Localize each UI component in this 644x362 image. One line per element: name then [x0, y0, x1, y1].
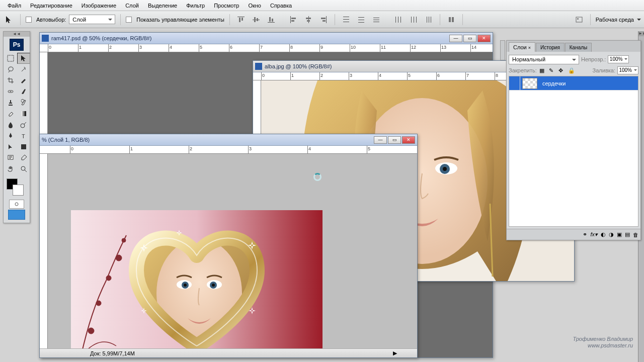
- titlebar-doc1[interactable]: ram417.psd @ 50% (сердечки, RGB/8#) — ▭ …: [40, 33, 493, 44]
- blur-tool[interactable]: [4, 119, 17, 130]
- slice-tool[interactable]: [17, 75, 30, 86]
- fill-field[interactable]: 100%: [617, 66, 638, 74]
- ruler-horizontal: document.write(Array.from({length:16},(_…: [40, 44, 493, 52]
- menu-help[interactable]: Справка: [266, 1, 296, 10]
- distribute-top-icon[interactable]: [340, 14, 352, 26]
- shape-tool[interactable]: [17, 141, 30, 152]
- distribute-left-icon[interactable]: [392, 14, 405, 26]
- align-right-icon[interactable]: [317, 14, 330, 26]
- folder-icon[interactable]: ▣: [617, 231, 622, 238]
- panel-tabs: Слои× История Каналы: [507, 41, 640, 52]
- svg-rect-39: [577, 18, 579, 20]
- quickmask-button[interactable]: [9, 200, 24, 209]
- menu-filter[interactable]: Фильтр: [182, 1, 209, 10]
- auto-align-icon[interactable]: [445, 14, 457, 26]
- distribute-vcenter-icon[interactable]: [355, 14, 367, 26]
- menu-image[interactable]: Изображение: [77, 1, 121, 10]
- maximize-button[interactable]: ▭: [388, 136, 401, 144]
- color-swatches[interactable]: [6, 177, 28, 197]
- type-tool[interactable]: T: [17, 130, 30, 141]
- minimize-button[interactable]: —: [374, 136, 387, 144]
- distribute-right-icon[interactable]: [423, 14, 435, 26]
- heal-tool[interactable]: [4, 86, 17, 97]
- maximize-button[interactable]: ▭: [463, 35, 476, 42]
- history-brush-tool[interactable]: [17, 97, 30, 108]
- canvas-doc3[interactable]: document.write(Array.from({length:18},(_…: [48, 154, 417, 357]
- dock-tab-icon[interactable]: [500, 40, 505, 60]
- lasso-tool[interactable]: [4, 64, 17, 75]
- hand-tool[interactable]: [4, 163, 17, 174]
- brush-tool[interactable]: [17, 86, 30, 97]
- ps-logo-icon: Ps: [10, 39, 24, 51]
- menu-window[interactable]: Окно: [244, 1, 266, 10]
- align-bottom-icon[interactable]: [265, 14, 277, 26]
- watermark-line1: Трофименко Владимир: [573, 336, 633, 342]
- tool-palette: ◄◄ Ps T: [3, 31, 30, 223]
- move-tool-icon[interactable]: [3, 14, 15, 26]
- lock-transparent-icon: ▦: [539, 67, 546, 74]
- crop-tool[interactable]: [4, 75, 17, 86]
- close-button[interactable]: ✕: [402, 136, 415, 144]
- lock-icons[interactable]: ▦ ✎ ✥ 🔒: [539, 67, 576, 74]
- menu-layer[interactable]: Слой: [121, 1, 143, 10]
- svg-point-56: [443, 167, 447, 171]
- svg-point-65: [156, 239, 242, 347]
- close-button[interactable]: ✕: [477, 35, 491, 42]
- menu-view[interactable]: Просмотр: [209, 1, 244, 10]
- layer-row[interactable]: сердечки: [509, 76, 638, 90]
- mask-icon[interactable]: ◐: [601, 231, 606, 238]
- gradient-tool[interactable]: [17, 108, 30, 119]
- menu-select[interactable]: Выделение: [143, 1, 182, 10]
- eraser-tool[interactable]: [4, 108, 17, 119]
- new-layer-icon[interactable]: ▤: [625, 231, 630, 238]
- pen-tool[interactable]: [4, 130, 17, 141]
- eyedropper-tool[interactable]: [17, 152, 30, 163]
- workspace-label[interactable]: Рабочая среда: [596, 17, 634, 23]
- opacity-field[interactable]: 100%: [608, 55, 629, 63]
- palette-collapse-icon[interactable]: ◄◄: [4, 32, 30, 37]
- svg-rect-1: [239, 18, 240, 22]
- tab-layers[interactable]: Слои×: [509, 42, 535, 52]
- menu-file[interactable]: Файл: [3, 1, 26, 10]
- notes-tool[interactable]: [4, 152, 17, 163]
- showcontrols-checkbox[interactable]: [126, 17, 132, 23]
- link-icon[interactable]: ⚭: [583, 231, 587, 238]
- dodge-tool[interactable]: [17, 119, 30, 130]
- tab-history[interactable]: История: [536, 43, 565, 52]
- align-hcenter-icon[interactable]: [302, 14, 314, 26]
- zoom-tool[interactable]: [17, 163, 30, 174]
- layer-thumbnail[interactable]: [522, 78, 537, 89]
- lock-label: Закрепить:: [509, 67, 537, 73]
- background-swatch[interactable]: [13, 185, 24, 196]
- blend-mode-dropdown[interactable]: Нормальный: [509, 55, 579, 64]
- align-vcenter-icon[interactable]: [250, 14, 262, 26]
- tab-channels[interactable]: Каналы: [565, 43, 592, 52]
- align-top-icon[interactable]: [235, 14, 247, 26]
- svg-point-43: [21, 124, 25, 128]
- bridge-icon[interactable]: [573, 14, 585, 26]
- distribute-hcenter-icon[interactable]: [408, 14, 420, 26]
- visibility-toggle[interactable]: [509, 76, 520, 90]
- wand-tool[interactable]: [17, 64, 30, 75]
- marquee-tool[interactable]: [4, 53, 17, 64]
- distribute-bottom-icon[interactable]: [370, 14, 382, 26]
- trash-icon[interactable]: 🗑: [633, 232, 638, 238]
- align-left-icon[interactable]: [287, 14, 299, 26]
- minimize-button[interactable]: —: [449, 35, 462, 42]
- workspace-chevron-icon[interactable]: [637, 19, 641, 23]
- fx-icon[interactable]: fx▾: [590, 231, 598, 238]
- stamp-tool[interactable]: [4, 97, 17, 108]
- menu-edit[interactable]: Редактирование: [26, 1, 77, 10]
- titlebar-doc3[interactable]: % (Слой 1, RGB/8) — ▭ ✕: [40, 134, 417, 146]
- svg-rect-36: [449, 17, 451, 22]
- autoselect-dropdown[interactable]: Слой: [69, 15, 115, 24]
- path-select-tool[interactable]: [4, 141, 17, 152]
- dock-collapse-icon[interactable]: ►►: [638, 31, 644, 36]
- adjustment-icon[interactable]: ◑: [609, 231, 614, 238]
- screenmode-button[interactable]: [8, 210, 25, 220]
- layer-name[interactable]: сердечки: [539, 80, 638, 86]
- move-tool[interactable]: [17, 53, 30, 64]
- autoselect-checkbox[interactable]: [26, 17, 32, 23]
- svg-rect-25: [373, 20, 379, 20]
- doc-icon: [42, 35, 49, 42]
